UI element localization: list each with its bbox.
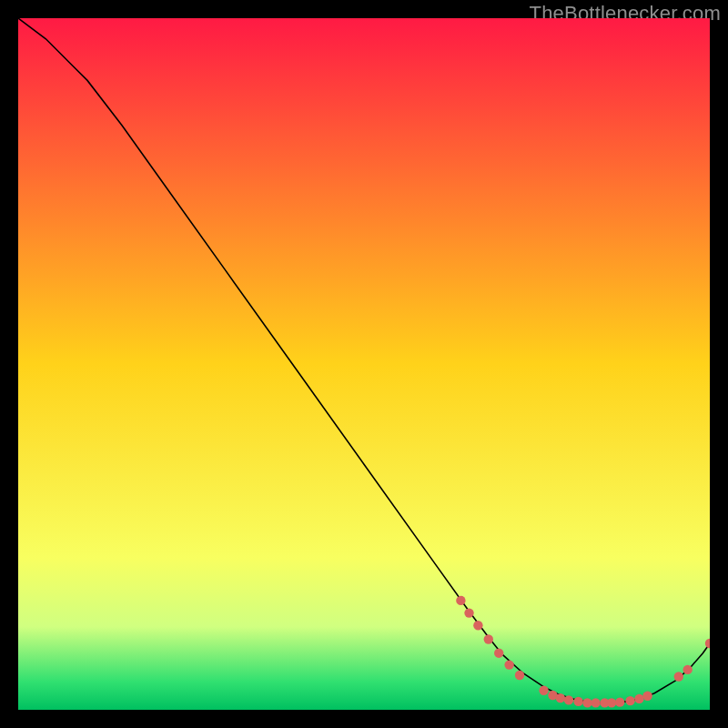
- marker-dot: [591, 698, 600, 707]
- marker-dot: [539, 686, 548, 695]
- marker-dot: [456, 596, 465, 605]
- marker-dot: [642, 692, 652, 701]
- chart-stage: TheBottlenecker.com: [0, 0, 728, 728]
- marker-dot: [464, 608, 473, 617]
- marker-dot: [674, 672, 683, 681]
- marker-dot: [625, 696, 634, 705]
- marker-dot: [573, 697, 582, 706]
- marker-dot: [682, 665, 692, 674]
- marker-dot: [582, 698, 592, 707]
- marker-dot: [504, 660, 513, 669]
- marker-dot: [484, 634, 493, 643]
- marker-dot: [556, 693, 565, 703]
- chart-background: [18, 18, 710, 710]
- marker-dot: [607, 698, 616, 707]
- marker-dot: [615, 697, 624, 706]
- marker-dot: [634, 694, 643, 703]
- marker-dot: [564, 695, 573, 704]
- bottleneck-chart: [18, 18, 710, 710]
- marker-dot: [515, 671, 524, 680]
- marker-dot: [494, 648, 503, 657]
- marker-dot: [473, 621, 482, 630]
